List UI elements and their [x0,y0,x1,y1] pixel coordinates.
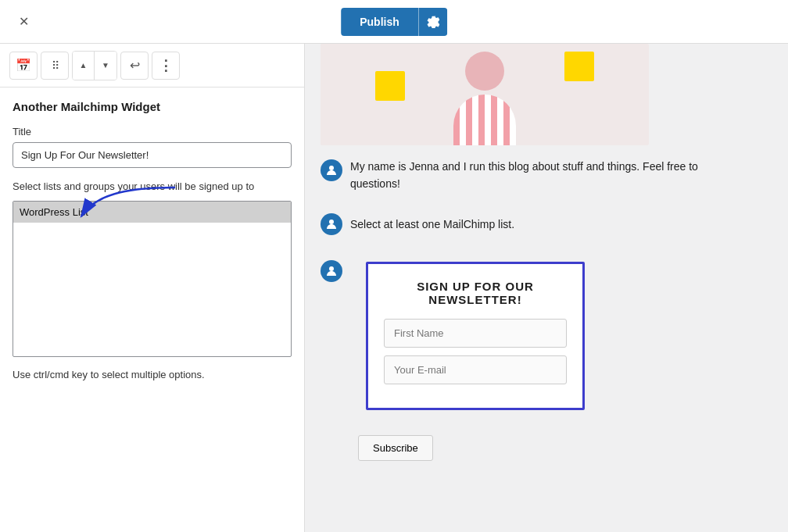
list-select[interactable]: WordPress List [13,201,292,357]
sticky-note-left [375,71,405,101]
top-bar: ✕ Publish [0,0,788,44]
newsletter-widget: SIGN UP FOR OUR NEWSLETTER! [366,262,585,410]
publish-group: Publish [341,8,447,36]
person-body [453,95,516,145]
content-area: My name is Jenna and I run this blog abo… [305,44,788,532]
email-input[interactable] [384,355,567,384]
newsletter-heading: SIGN UP FOR OUR NEWSLETTER! [384,280,567,306]
up-down-group: ▲ ▼ [72,51,117,80]
publish-button[interactable]: Publish [341,8,418,36]
blog-image-inner [321,44,649,145]
grid-button[interactable]: ⠿ [41,52,69,80]
subscribe-button[interactable]: Subscribe [358,435,433,461]
sidebar: 📅 ⠿ ▲ ▼ ↩ ⋮ Another Mailchimp Widg [0,44,305,532]
widget-icon [326,266,337,277]
undo-icon: ↩ [130,58,140,73]
chevron-down-icon: ▼ [102,61,109,70]
newsletter-widget-icon [321,260,342,282]
more-icon: ⋮ [159,57,173,74]
widget-title: Another Mailchimp Widget [13,100,292,113]
person-head [465,52,504,91]
close-button[interactable]: ✕ [13,11,34,33]
notice-icon [321,213,342,235]
info-icon [326,219,337,230]
toolbar-row: 📅 ⠿ ▲ ▼ ↩ ⋮ [0,44,304,87]
more-options-button[interactable]: ⋮ [152,52,180,80]
first-name-input[interactable] [384,319,567,348]
undo-button[interactable]: ↩ [120,52,149,80]
person-figure [446,52,524,145]
title-field-label: Title [13,126,292,137]
mailchimp-notice: Select at least one MailChimp list. [305,205,530,243]
grid-icon: ⠿ [52,59,59,72]
main-area: 📅 ⠿ ▲ ▼ ↩ ⋮ Another Mailchimp Widg [0,44,788,532]
wordpress-list-option[interactable]: WordPress List [13,202,291,223]
select-description: Select lists and groups your users will … [13,179,292,195]
person-icon [326,165,337,176]
title-input[interactable] [13,142,292,168]
gear-icon [427,16,439,28]
svg-point-1 [329,166,334,170]
calendar-icon: 📅 [16,58,31,73]
bio-text: My name is Jenna and I run this blog abo… [350,158,727,193]
svg-point-2 [329,220,334,224]
move-down-button[interactable]: ▼ [95,52,116,80]
arrow-container: WordPress List [13,201,292,366]
move-up-button[interactable]: ▲ [73,52,95,80]
publish-settings-button[interactable] [418,8,447,36]
blog-image [321,44,649,145]
help-text: Use ctrl/cmd key to select multiple opti… [13,369,292,380]
widget-panel: Another Mailchimp Widget Title Select li… [0,87,304,532]
svg-point-3 [329,266,334,271]
chevron-up-icon: ▲ [80,61,88,70]
bio-icon [321,159,342,181]
bio-section: My name is Jenna and I run this blog abo… [305,145,743,205]
notice-text: Select at least one MailChimp list. [350,218,514,230]
sticky-note-right [564,52,594,81]
calendar-button[interactable]: 📅 [9,52,38,80]
